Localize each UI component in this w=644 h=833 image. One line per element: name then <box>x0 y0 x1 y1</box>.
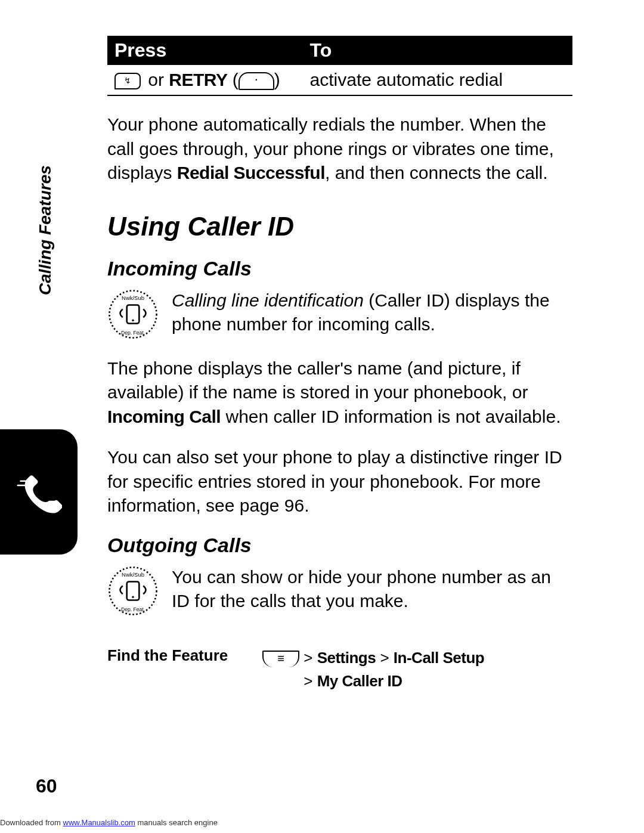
incoming-call-label: Incoming Call <box>107 407 221 426</box>
svg-text:Dep. Feat.: Dep. Feat. <box>121 330 145 336</box>
redial-successful-label: Redial Successful <box>177 163 325 182</box>
outgoing-intro: Nwk/Sub Dep. Feat. You can show or hide … <box>107 565 572 617</box>
heading-incoming-calls: Incoming Calls <box>107 257 572 280</box>
col-press-header: Press <box>107 36 303 65</box>
network-feature-icon: Nwk/Sub Dep. Feat. <box>107 565 159 617</box>
menu-path: > Settings > In-Call Setup > My Caller I… <box>262 646 572 693</box>
page-number: 60 <box>36 775 57 797</box>
paragraph-redial: Your phone automatically redials the num… <box>107 113 572 185</box>
table-row: or RETRY () activate automatic redial <box>107 65 572 95</box>
incoming-intro: Nwk/Sub Dep. Feat. Calling line identifi… <box>107 289 572 340</box>
phone-icon <box>16 469 62 515</box>
text-or: or <box>143 70 169 89</box>
svg-point-11 <box>132 596 134 597</box>
col-to-header: To <box>303 36 572 65</box>
svg-point-6 <box>132 319 134 321</box>
heading-outgoing-calls: Outgoing Calls <box>107 534 572 557</box>
svg-text:Dep. Feat.: Dep. Feat. <box>121 606 145 612</box>
svg-rect-0 <box>20 481 32 482</box>
action-cell: activate automatic redial <box>303 65 572 95</box>
menu-key-icon <box>262 651 299 667</box>
svg-rect-1 <box>17 485 31 486</box>
paragraph-incoming-3: You can also set your phone to play a di… <box>107 445 572 518</box>
side-section-label: Calling Features <box>36 165 55 295</box>
retry-label: RETRY <box>169 70 227 89</box>
manual-page: Calling Features Press To or RETRY () ac… <box>0 0 644 833</box>
network-feature-icon: Nwk/Sub Dep. Feat. <box>107 289 159 340</box>
download-footer: Downloaded from www.Manualslib.com manua… <box>0 818 218 827</box>
paragraph-incoming-2: The phone displays the caller's name (an… <box>107 357 572 429</box>
section-tab-phone-icon <box>0 429 78 555</box>
press-to-table: Press To or RETRY () activate automatic … <box>107 36 572 96</box>
heading-using-caller-id: Using Caller ID <box>107 212 572 241</box>
find-feature-label: Find the Feature <box>107 646 262 665</box>
manualslib-link[interactable]: www.Manualslib.com <box>63 818 135 827</box>
svg-text:Nwk/Sub: Nwk/Sub <box>122 294 144 301</box>
nav-key-icon <box>239 72 274 90</box>
calling-line-id-term: Calling line identification <box>172 290 364 310</box>
find-the-feature: Find the Feature > Settings > In-Call Se… <box>107 646 572 693</box>
svg-text:Nwk/Sub: Nwk/Sub <box>122 571 144 577</box>
send-key-icon <box>114 73 141 89</box>
